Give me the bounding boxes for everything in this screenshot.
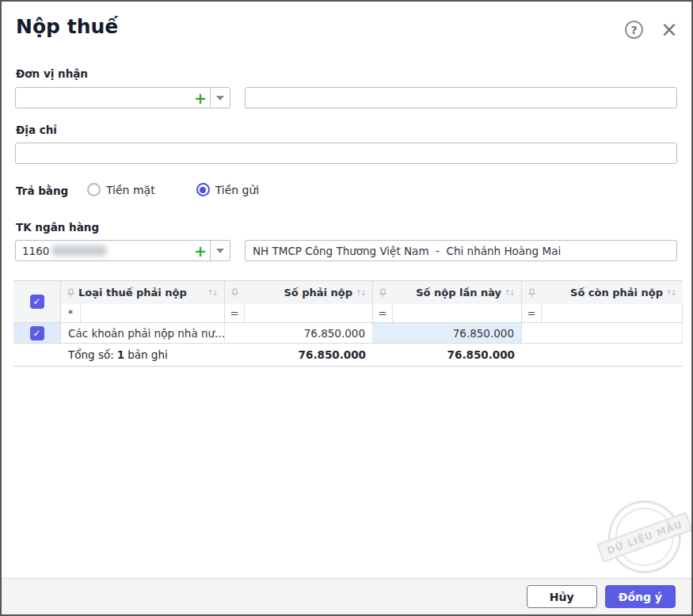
- sample-data-watermark: DỮ LIỆU MẪU: [596, 489, 693, 586]
- row-select-cell: [13, 323, 61, 344]
- cancel-button[interactable]: Hủy: [527, 585, 597, 608]
- radio-deposit-label: Tiền gửi: [215, 184, 260, 196]
- sort-arrows-icon[interactable]: [505, 288, 516, 297]
- filter-operator[interactable]: =: [373, 304, 393, 322]
- col-label[interactable]: Số nộp lần này: [390, 287, 501, 298]
- total-label: Tổng số:: [68, 348, 114, 361]
- radio-deposit[interactable]: Tiền gửi: [196, 183, 260, 196]
- total-so-nop-lan-nay: 76.850.000: [373, 344, 522, 367]
- col-header-so-con-phai-nop[interactable]: Số còn phải nộp: [522, 281, 683, 304]
- filter-input[interactable]: [542, 304, 682, 322]
- sort-arrows-icon[interactable]: [208, 288, 219, 297]
- receiver-label: Đơn vị nhận: [16, 67, 88, 80]
- pay-by-radio-group: Tiền mặt Tiền gửi: [87, 183, 259, 196]
- sort-arrows-icon[interactable]: [356, 288, 367, 297]
- col-label[interactable]: Loại thuế phải nộp: [78, 287, 204, 298]
- filter-input[interactable]: [245, 304, 372, 322]
- col-header-loai-thue[interactable]: Loại thuế phải nộp: [61, 281, 225, 304]
- watermark-text: DỮ LIỆU MẪU: [596, 511, 692, 563]
- filter-operator[interactable]: =: [522, 304, 542, 322]
- pay-by-label: Trả bằng: [16, 184, 68, 197]
- address-input[interactable]: [15, 143, 677, 164]
- cell-so-con-phai-nop[interactable]: [522, 323, 683, 344]
- receiver-combo[interactable]: [15, 87, 230, 108]
- col-label[interactable]: Số còn phải nộp: [539, 287, 663, 298]
- chevron-down-icon[interactable]: [211, 88, 230, 108]
- ok-button[interactable]: Đồng ý: [605, 585, 676, 608]
- cell-so-phai-nop[interactable]: 76.850.000: [225, 323, 373, 344]
- select-all-cell: [13, 281, 61, 323]
- stamp-outer-ring-icon: [598, 490, 691, 584]
- filter-cell-so-con-phai-nop[interactable]: =: [522, 304, 683, 323]
- close-icon[interactable]: ×: [658, 18, 680, 40]
- page-title: Nộp thuế: [16, 15, 118, 38]
- total-label-cell: Tổng số: 1 bản ghi: [61, 344, 225, 367]
- filter-input[interactable]: [393, 304, 521, 322]
- add-icon[interactable]: [191, 241, 210, 260]
- chevron-down-icon[interactable]: [211, 241, 230, 260]
- cell-so-nop-lan-nay[interactable]: 76.850.000: [373, 323, 522, 344]
- total-so-con-phai-nop: [522, 344, 683, 367]
- bank-account-label: TK ngân hàng: [16, 221, 99, 234]
- receiver-code-value[interactable]: [16, 88, 191, 108]
- dialog-footer: Hủy Đồng ý: [2, 578, 691, 614]
- col-header-so-nop-lan-nay[interactable]: Số nộp lần này: [373, 281, 522, 304]
- bank-name-input[interactable]: [245, 240, 677, 261]
- pin-icon[interactable]: [527, 288, 536, 298]
- filter-operator[interactable]: *: [61, 304, 81, 322]
- bank-account-combo[interactable]: 1160: [15, 240, 230, 261]
- filter-cell-so-nop-lan-nay[interactable]: =: [373, 304, 522, 323]
- masked-digits: [52, 245, 106, 256]
- bank-account-value[interactable]: 1160: [16, 241, 191, 260]
- radio-unselected-icon[interactable]: [87, 183, 101, 196]
- radio-selected-icon[interactable]: [196, 183, 210, 196]
- col-label[interactable]: Số phải nộp: [242, 287, 352, 298]
- record-unit: bản ghi: [128, 348, 168, 361]
- total-empty-cell: [13, 344, 61, 367]
- help-icon[interactable]: ?: [625, 21, 643, 39]
- select-all-checkbox[interactable]: [30, 295, 44, 309]
- bank-account-number: 1160: [22, 245, 49, 257]
- address-label: Địa chỉ: [16, 124, 57, 136]
- total-so-phai-nop: 76.850.000: [225, 344, 373, 367]
- sort-arrows-icon[interactable]: [666, 288, 677, 297]
- receiver-name-input[interactable]: [245, 87, 677, 108]
- radio-cash-label: Tiền mặt: [106, 184, 155, 196]
- cell-loai-thue[interactable]: Các khoản phải nộp nhà nư...: [61, 323, 225, 344]
- pin-icon[interactable]: [379, 288, 387, 298]
- pin-icon[interactable]: [230, 288, 239, 298]
- row-checkbox[interactable]: [30, 326, 44, 340]
- filter-operator[interactable]: =: [225, 304, 245, 322]
- filter-input[interactable]: [81, 304, 224, 322]
- col-header-so-phai-nop[interactable]: Số phải nộp: [225, 281, 373, 304]
- stamp-inner-ring-icon: [607, 500, 682, 575]
- add-icon[interactable]: [191, 88, 210, 108]
- filter-cell-loai-thue[interactable]: *: [61, 304, 225, 323]
- record-count: 1: [117, 348, 124, 361]
- pin-icon[interactable]: [67, 288, 75, 298]
- filter-cell-so-phai-nop[interactable]: =: [225, 304, 373, 323]
- radio-cash[interactable]: Tiền mặt: [87, 183, 155, 196]
- tax-table: Loại thuế phải nộp Số phải nộp Số nộp lầ…: [13, 280, 683, 367]
- pay-tax-dialog: Nộp thuế ? × Đơn vị nhận Địa chỉ Trả bằn…: [0, 0, 693, 616]
